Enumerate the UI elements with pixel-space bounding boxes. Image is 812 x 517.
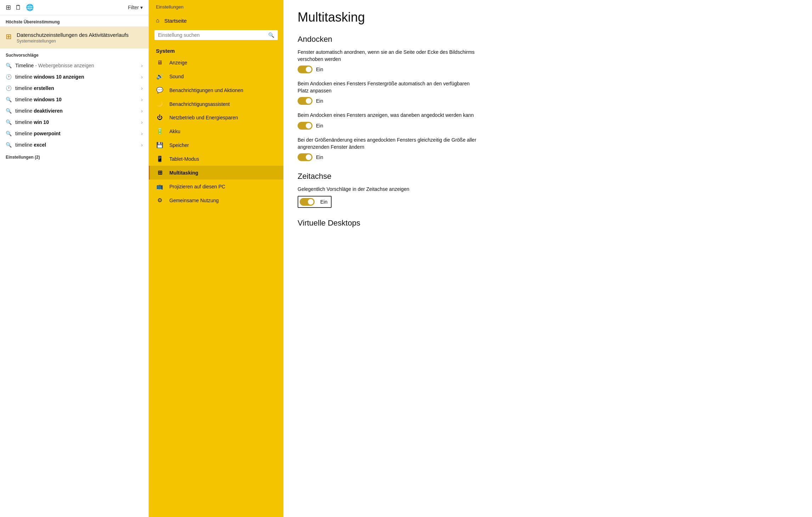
settings-search-box[interactable]: 🔍	[154, 30, 278, 40]
nav-tablet[interactable]: 📱 Tablet-Modus	[149, 152, 283, 166]
nav-anzeige[interactable]: 🖥 Anzeige	[149, 56, 283, 69]
chevron-right-icon-4: ›	[141, 97, 143, 102]
einstellungen-header: Einstellungen	[149, 0, 283, 14]
chevron-right-icon-5: ›	[141, 108, 143, 114]
suggestion-item-8[interactable]: 🔍 timeline excel ›	[0, 139, 148, 150]
nav-gemeinsame[interactable]: ⚙ Gemeinsame Nutzung	[149, 193, 283, 207]
search-icon-8: 🔍	[6, 142, 12, 148]
toggle-label-1: Ein	[316, 67, 323, 72]
nav-projizieren[interactable]: 📺 Projizieren auf diesen PC	[149, 180, 283, 193]
nav-label-benachrichtigungen: Benachrichtigungen und Aktionen	[169, 87, 243, 93]
globe-icon[interactable]: 🌐	[26, 4, 34, 11]
zeitachse-title: Zeitachse	[298, 172, 798, 181]
suggestion-text-6: timeline win 10	[15, 119, 137, 125]
filter-button[interactable]: Filter ▾	[128, 5, 143, 10]
startseite-row[interactable]: ⌂ Startseite	[149, 14, 283, 27]
suggestion-item-4[interactable]: 🔍 timeline windows 10 ›	[0, 94, 148, 105]
nav-sound[interactable]: 🔊 Sound	[149, 69, 283, 83]
middle-panel: Einstellungen ⌂ Startseite 🔍 System 🖥 An…	[149, 0, 283, 517]
sound-icon: 🔊	[156, 73, 164, 80]
toggle-zeitachse[interactable]	[300, 198, 315, 206]
suggestion-text-1: Timeline - Webergebnisse anzeigen	[15, 63, 137, 68]
setting-desc-4: Bei der Größenänderung eines angedockten…	[298, 137, 482, 150]
home-icon: ⌂	[156, 17, 159, 24]
nav-speicher[interactable]: 💾 Speicher	[149, 138, 283, 152]
nav-benachrichtigungen[interactable]: 💬 Benachrichtigungen und Aktionen	[149, 83, 283, 97]
nav-netzbetrieb[interactable]: ⏻ Netzbetrieb und Energiesparen	[149, 111, 283, 124]
zeitachse-toggle-label: Ein	[320, 199, 327, 205]
project-icon: 📺	[156, 183, 164, 190]
startseite-label: Startseite	[164, 18, 187, 24]
chevron-down-icon: ▾	[140, 5, 143, 10]
toggle-4[interactable]	[298, 153, 312, 161]
share-icon: ⚙	[156, 197, 164, 204]
setting-row-4: Bei der Größenänderung eines angedockten…	[298, 137, 798, 161]
grid-icon[interactable]: ⊞	[6, 4, 11, 11]
nav-label-multitasking: Multitasking	[169, 170, 198, 176]
chevron-right-icon-3: ›	[141, 85, 143, 91]
suggestion-text-5: timeline deaktivieren	[15, 108, 137, 114]
einstellungen-count-label: Einstellungen (2)	[0, 150, 148, 162]
suggestion-item-3[interactable]: 🕐 timeline erstellen ›	[0, 83, 148, 94]
suggestion-item-6[interactable]: 🔍 timeline win 10 ›	[0, 117, 148, 128]
right-panel: Multitasking Andocken Fenster automatisc…	[283, 0, 812, 517]
history-icon-2: 🕐	[6, 74, 12, 80]
toggle-label-2: Ein	[316, 98, 323, 104]
virtuelle-title: Virtuelle Desktops	[298, 218, 798, 228]
toggle-label-3: Ein	[316, 123, 323, 129]
toggle-2[interactable]	[298, 97, 312, 105]
setting-desc-2: Beim Andocken eines Fensters Fenstergröß…	[298, 80, 482, 94]
nav-label-akku: Akku	[169, 129, 180, 134]
system-label: System	[149, 43, 283, 56]
moon-icon: 🌙	[156, 101, 164, 107]
zeitachse-setting: Gelegentlich Vorschläge in der Zeitachse…	[298, 186, 798, 208]
setting-desc-3: Beim Andocken eines Fensters anzeigen, w…	[298, 112, 482, 119]
setting-row-1: Fenster automatisch anordnen, wenn sie a…	[298, 49, 798, 73]
suggestion-text-2: timeline windows 10 anzeigen	[15, 74, 137, 80]
highlighted-subtitle: Systemeinstellungen	[17, 39, 129, 44]
nav-multitasking[interactable]: ⊞ Multitasking	[149, 166, 283, 180]
toggle-label-4: Ein	[316, 154, 323, 160]
toggle-3[interactable]	[298, 122, 312, 130]
suggestion-item-7[interactable]: 🔍 timeline powerpoint ›	[0, 128, 148, 139]
display-icon: 🖥	[156, 59, 164, 66]
storage-icon: 💾	[156, 142, 164, 148]
chevron-right-icon-1: ›	[141, 63, 143, 68]
page-title: Multitasking	[298, 10, 798, 25]
search-icon-6: 🔍	[6, 119, 12, 125]
zeitachse-desc: Gelegentlich Vorschläge in der Zeitachse…	[298, 186, 482, 193]
multitasking-icon: ⊞	[156, 169, 164, 176]
doc-icon[interactable]: 🗒	[15, 4, 22, 11]
nav-label-speicher: Speicher	[169, 142, 189, 148]
search-icon-mid: 🔍	[268, 32, 274, 38]
highest-match-label: Höchste Übereinstimmung	[0, 15, 148, 27]
nav-benachrichtigungsassistent[interactable]: 🌙 Benachrichtigungsassistent	[149, 97, 283, 111]
tablet-icon: 📱	[156, 155, 164, 162]
highlighted-result[interactable]: ⊞ Datenschutzeinstellungen des Aktivität…	[0, 27, 148, 49]
nav-label-projizieren: Projizieren auf diesen PC	[169, 184, 225, 189]
left-panel: ⊞ 🗒 🌐 Filter ▾ Höchste Übereinstimmung ⊞…	[0, 0, 149, 517]
settings-search-input[interactable]	[158, 32, 265, 38]
search-icon-5: 🔍	[6, 108, 12, 114]
setting-row-2: Beim Andocken eines Fensters Fenstergröß…	[298, 80, 798, 105]
andocken-title: Andocken	[298, 35, 798, 44]
chevron-right-icon-8: ›	[141, 142, 143, 148]
setting-desc-1: Fenster automatisch anordnen, wenn sie a…	[298, 49, 482, 63]
notifications-icon: 💬	[156, 87, 164, 93]
suggestion-item-5[interactable]: 🔍 timeline deaktivieren ›	[0, 105, 148, 117]
suggestion-item-1[interactable]: 🔍 Timeline - Webergebnisse anzeigen ›	[0, 60, 148, 71]
suggestion-text-3: timeline erstellen	[15, 85, 137, 91]
power-icon: ⏻	[156, 114, 164, 121]
virtuelle-section: Virtuelle Desktops	[298, 218, 798, 228]
nav-label-netzbetrieb: Netzbetrieb und Energiesparen	[169, 115, 238, 120]
suggestion-item-2[interactable]: 🕐 timeline windows 10 anzeigen ›	[0, 71, 148, 83]
suggestion-text-8: timeline excel	[15, 142, 137, 148]
zeitachse-section: Zeitachse Gelegentlich Vorschläge in der…	[298, 172, 798, 208]
chevron-right-icon-6: ›	[141, 119, 143, 125]
zeitachse-toggle-box: Ein	[298, 196, 332, 208]
suggestion-text-7: timeline powerpoint	[15, 131, 137, 136]
toggle-1[interactable]	[298, 66, 312, 73]
nav-akku[interactable]: 🔋 Akku	[149, 124, 283, 138]
setting-row-3: Beim Andocken eines Fensters anzeigen, w…	[298, 112, 798, 130]
toolbar: ⊞ 🗒 🌐 Filter ▾	[0, 0, 148, 15]
